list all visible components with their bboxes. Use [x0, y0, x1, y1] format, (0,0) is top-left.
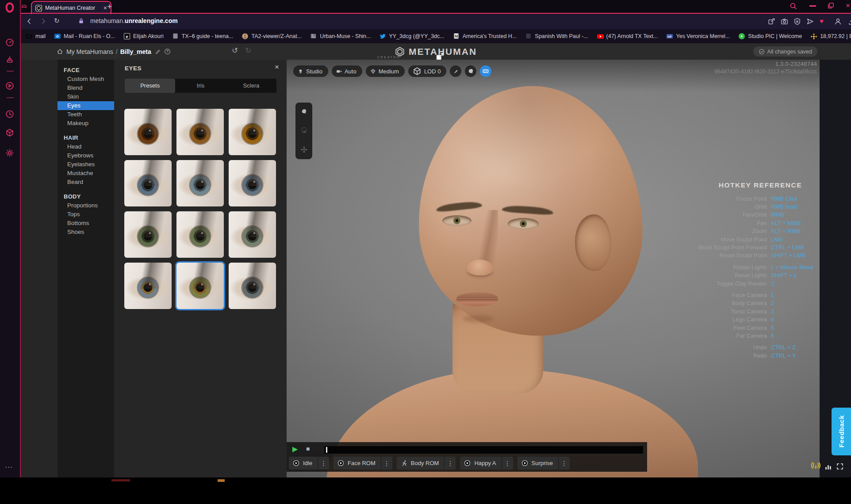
tab-sclera[interactable]: Sclera — [226, 79, 276, 93]
nav-item-makeup[interactable]: Makeup — [58, 119, 114, 128]
window-minimize-button[interactable] — [809, 5, 816, 7]
bookmark-item[interactable]: TX–6 guide - teena... — [172, 33, 234, 40]
opera-logo-icon[interactable] — [4, 2, 15, 13]
stop-button[interactable]: ■ — [306, 445, 310, 452]
panel-close-icon[interactable]: × — [275, 63, 279, 72]
clip-happy-a[interactable]: Happy A⋮ — [460, 457, 513, 470]
sculpt-tool-button[interactable] — [450, 65, 461, 77]
eye-preset-blue-amber[interactable] — [124, 263, 172, 309]
bookmark-item[interactable]: Urban-Muse - Shin... — [310, 33, 371, 40]
stats-icon[interactable] — [824, 463, 832, 470]
eye-preset-dark-gray[interactable] — [229, 263, 276, 309]
nav-item-skin[interactable]: Skin — [58, 92, 114, 101]
nav-item-eyebrows[interactable]: Eyebrows — [58, 151, 114, 160]
nav-item-teeth[interactable]: Teeth — [58, 110, 114, 119]
snapshot-camera-icon[interactable] — [781, 18, 788, 25]
gx-corner-icon[interactable] — [21, 3, 27, 10]
viewport-pill-auto[interactable]: Auto — [332, 65, 362, 77]
audio-warning-icon[interactable] — [811, 462, 820, 471]
bookmark-item[interactable]: Spanish With Paul -... — [525, 33, 588, 40]
nav-item-beard[interactable]: Beard — [58, 178, 114, 187]
broom-icon[interactable] — [5, 55, 14, 64]
sidebar-more-icon[interactable]: ⋯ — [5, 462, 12, 472]
bookmark-item[interactable]: MAmerica's Trusted H... — [453, 33, 517, 40]
tab-presets[interactable]: Presets — [125, 79, 175, 93]
window-maximize-button[interactable] — [828, 2, 834, 9]
clip-face-rom[interactable]: Face ROM⋮ — [334, 457, 392, 470]
eye-preset-steel-blue[interactable] — [124, 160, 172, 206]
shield-block-icon[interactable] — [794, 18, 801, 25]
browser-tab[interactable]: MetaHuman Creator × — [31, 1, 111, 14]
nav-item-mustache[interactable]: Mustache — [58, 169, 114, 178]
viewport-pill-medium[interactable]: Medium — [366, 65, 405, 77]
viewport-pill-studio[interactable]: Studio — [293, 65, 328, 77]
bookmark-item[interactable]: 18,972.92 | BTCUS... — [810, 33, 851, 40]
nav-item-head[interactable]: Head — [58, 142, 114, 151]
bookmark-item[interactable]: eElijah Akouri — [123, 33, 164, 40]
clip-menu-icon[interactable]: ⋮ — [381, 460, 392, 467]
nav-item-eyes[interactable]: Eyes — [58, 101, 114, 110]
eye-preset-blue-gray[interactable] — [176, 160, 224, 206]
back-icon[interactable] — [26, 18, 33, 25]
bookmark-item[interactable]: TA2-viewer/Z-Anat... — [242, 33, 302, 40]
nav-item-bottoms[interactable]: Bottoms — [58, 219, 114, 228]
clip-idle[interactable]: Idle⋮ — [289, 457, 329, 470]
feedback-button[interactable]: Feedback — [832, 408, 851, 455]
eye-preset-gray-blue[interactable] — [229, 160, 276, 206]
profile-icon[interactable] — [834, 18, 842, 25]
eye-preset-amber[interactable] — [229, 109, 276, 155]
keyboard-tool-button[interactable] — [480, 65, 491, 77]
gear-icon[interactable] — [5, 149, 14, 157]
bookmark-item[interactable]: Studio PIC | Welcome — [738, 33, 802, 40]
head-tool-button[interactable] — [465, 65, 476, 77]
nav-item-custom-mesh[interactable]: Custom Mesh — [58, 75, 114, 84]
clip-menu-icon[interactable]: ⋮ — [445, 460, 456, 467]
pin-edit-icon[interactable] — [768, 18, 775, 25]
eye-preset-dark-brown[interactable] — [124, 109, 172, 155]
nav-item-proportions[interactable]: Proportions — [58, 201, 114, 210]
speedometer-icon[interactable] — [5, 38, 14, 47]
clip-menu-icon[interactable]: ⋮ — [318, 460, 329, 467]
clay-tool-icon[interactable] — [300, 126, 308, 134]
eye-preset-brown[interactable] — [176, 109, 224, 155]
address-url[interactable]: metahuman.unrealengine.com — [90, 17, 178, 24]
nav-item-shoes[interactable]: Shoes — [58, 228, 114, 237]
clip-menu-icon[interactable]: ⋮ — [559, 460, 570, 467]
eye-preset-green[interactable] — [176, 211, 224, 258]
play-circle-icon[interactable] — [5, 81, 14, 90]
eye-preset-sage[interactable] — [229, 211, 276, 258]
tab-iris[interactable]: Iris — [175, 79, 226, 93]
timeline-track[interactable] — [324, 446, 643, 454]
nav-item-eyelashes[interactable]: Eyelashes — [58, 160, 114, 169]
window-search-icon[interactable] — [790, 2, 797, 10]
bookmark-item[interactable]: GIFYes Veronica Merrel... — [666, 33, 730, 40]
clip-body-rom[interactable]: Body ROM⋮ — [397, 457, 456, 470]
bookmark-item[interactable]: oMail - Ruan Els - O... — [54, 33, 115, 40]
cube3d-icon[interactable] — [5, 128, 14, 137]
clip-menu-icon[interactable]: ⋮ — [502, 460, 513, 467]
send-icon[interactable] — [806, 18, 814, 25]
clock-icon[interactable] — [5, 110, 14, 118]
heart-bookmark-icon[interactable]: ♥ — [820, 17, 824, 25]
eye-preset-hazel[interactable] — [176, 263, 224, 309]
fullscreen-icon[interactable] — [836, 463, 843, 470]
new-tab-button[interactable]: + — [107, 2, 112, 11]
bookmark-item[interactable]: YY_3dcg (@YY_3dc... — [379, 33, 444, 40]
playhead[interactable] — [326, 447, 327, 453]
viewport-pill-lod-0[interactable]: LOD 0 — [408, 65, 447, 77]
nav-item-blend[interactable]: Blend — [58, 84, 114, 92]
bookmark-item[interactable]: mail — [26, 33, 46, 40]
viewport-3d[interactable]: StudioAutoMediumLOD 0 1.3.0-23248744 964… — [287, 60, 820, 477]
bookmark-item[interactable]: (47) Arnold TX Text... — [597, 33, 658, 40]
head-tool-icon[interactable] — [301, 108, 307, 115]
forward-icon[interactable] — [40, 18, 47, 25]
move-tool-icon[interactable] — [300, 146, 308, 153]
clip-surprise[interactable]: Surprise⋮ — [518, 457, 570, 470]
eye-preset-green-gray[interactable] — [124, 211, 172, 258]
window-close-button[interactable]: × — [846, 1, 850, 10]
nav-item-tops[interactable]: Tops — [58, 210, 114, 219]
tab-close-icon[interactable]: × — [104, 4, 107, 11]
play-button[interactable]: ▶ — [292, 445, 298, 453]
reload-icon[interactable]: ↻ — [54, 17, 60, 25]
downloads-icon[interactable] — [848, 18, 851, 25]
